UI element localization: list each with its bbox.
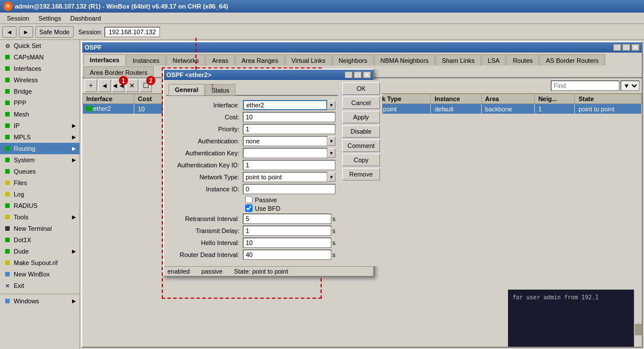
sidebar-item-interfaces[interactable]: Interfaces <box>0 63 79 74</box>
dude-icon <box>3 247 11 255</box>
sidebar-item-log[interactable]: Log <box>0 188 79 200</box>
tab-instances[interactable]: Instances <box>126 54 166 66</box>
console-scrollbar[interactable] <box>634 290 642 347</box>
dialog-tab-general[interactable]: General <box>169 84 205 95</box>
ospf-maximize-button[interactable]: □ <box>622 44 630 51</box>
priority-input[interactable] <box>243 124 335 134</box>
auth-key-id-input[interactable] <box>243 160 335 170</box>
add-button[interactable]: + <box>85 79 97 92</box>
find-input[interactable] <box>551 81 619 91</box>
cancel-button[interactable]: Cancel <box>342 97 380 109</box>
sidebar-label-routing: Routing <box>14 145 35 152</box>
sidebar-item-routing[interactable]: Routing ▶ <box>0 143 79 154</box>
tab-sham-links[interactable]: Sham Links <box>435 54 481 66</box>
dialog-tab-status[interactable]: Status <box>205 84 235 95</box>
tab-interfaces[interactable]: Interfaces <box>83 54 126 66</box>
system-arrow: ▶ <box>72 157 76 163</box>
find-select[interactable]: ▼ <box>621 81 639 91</box>
tab-neighbors[interactable]: Neighbors <box>333 54 374 66</box>
tab-routes[interactable]: Routes <box>506 54 539 66</box>
retransmit-input[interactable] <box>243 214 331 224</box>
col-cost: Cost <box>134 94 167 104</box>
ok-button[interactable]: OK <box>342 82 380 95</box>
edit-button[interactable]: ◄ <box>98 79 111 92</box>
field-row-hello-interval: Hello Interval: s <box>169 238 335 248</box>
auth-key-dropdown-arrow[interactable]: ▼ <box>327 149 335 158</box>
sidebar-item-bridge[interactable]: Bridge <box>0 86 79 97</box>
sidebar-item-mpls[interactable]: MPLS ▶ <box>0 131 79 143</box>
field-row-auth-key-id: Authentication Key ID: <box>169 160 335 170</box>
auth-key-input[interactable] <box>243 148 327 158</box>
forward-button[interactable]: ► <box>19 26 33 38</box>
interface-dropdown-arrow[interactable]: ▼ <box>327 101 335 110</box>
passive-checkbox[interactable] <box>245 196 253 203</box>
sidebar-item-system[interactable]: System ▶ <box>0 154 79 166</box>
sidebar-item-dude[interactable]: Dude ▶ <box>0 246 79 257</box>
dialog-close-button[interactable]: ✕ <box>363 71 371 78</box>
status-enabled: enabled <box>167 268 190 275</box>
apply-button[interactable]: Apply <box>342 111 380 123</box>
menu-dashboard[interactable]: Dashboard <box>66 14 106 23</box>
tools-arrow: ▶ <box>72 214 76 220</box>
cost-input[interactable] <box>243 112 335 122</box>
ospf-dialog: OSPF <ether2> _ □ ✕ General Status <box>163 69 374 277</box>
sidebar-item-capsman[interactable]: CAPsMAN <box>0 51 79 63</box>
sidebar-label-tools: Tools <box>14 214 29 220</box>
interface-value[interactable]: ether2 <box>243 100 327 110</box>
sidebar-item-dot1x[interactable]: Dot1X <box>0 234 79 246</box>
instance-id-input[interactable] <box>243 184 335 194</box>
menu-settings[interactable]: Settings <box>34 14 66 23</box>
use-bfd-checkbox[interactable] <box>245 204 253 212</box>
sidebar-item-files[interactable]: Files <box>0 177 79 188</box>
dialog-titlebar: OSPF <ether2> _ □ ✕ <box>164 70 373 80</box>
sidebar-item-new-winbox[interactable]: New WinBox <box>0 268 79 280</box>
sidebar-item-exit[interactable]: ✕ Exit <box>0 280 79 291</box>
transmit-delay-input[interactable] <box>243 226 331 236</box>
hello-interval-label: Hello Interval: <box>169 239 243 246</box>
tab-area-ranges[interactable]: Area Ranges <box>235 54 285 66</box>
tab-nbma-neighbors[interactable]: NBMA Neighbors <box>374 54 435 66</box>
ospf-minimize-button[interactable]: _ <box>613 44 621 51</box>
authentication-dropdown-arrow[interactable]: ▼ <box>327 137 335 146</box>
dialog-minimize-button[interactable]: _ <box>345 71 353 78</box>
ospf-close-button[interactable]: ✕ <box>631 44 639 51</box>
sidebar-item-quick-set[interactable]: ⚙ Quick Set <box>0 40 79 51</box>
remove-button[interactable]: Remove <box>342 168 380 180</box>
cost-label: Cost: <box>169 114 243 121</box>
sidebar-item-new-terminal[interactable]: New Terminal <box>0 223 79 234</box>
safe-mode-button[interactable]: Safe Mode <box>35 26 74 38</box>
tab-networks[interactable]: Networks <box>166 54 205 66</box>
sidebar-label-log: Log <box>14 191 24 198</box>
sidebar-item-ppp[interactable]: PPP <box>0 97 79 109</box>
sidebar-item-ip[interactable]: IP ▶ <box>0 120 79 131</box>
tab-lsa[interactable]: LSA <box>482 54 506 66</box>
dialog-maximize-button[interactable]: □ <box>354 71 362 78</box>
disable-button[interactable]: Disable <box>342 125 380 138</box>
field-row-retransmit: Retransmit Interval: s <box>169 214 335 224</box>
title-text: admin@192.168.107.132 (R1) - WinBox (64b… <box>15 3 228 10</box>
tab-area-border-routers[interactable]: Area Border Routers <box>83 66 154 78</box>
router-dead-unit: s <box>333 251 336 258</box>
sidebar-item-wireless[interactable]: Wireless <box>0 74 79 86</box>
comment-button[interactable]: Comment <box>342 139 380 152</box>
interfaces-icon <box>3 65 11 73</box>
network-type-dropdown-arrow[interactable]: ▼ <box>327 173 335 182</box>
tab-virtual-links[interactable]: Virtual Links <box>285 54 332 66</box>
authentication-value[interactable]: none <box>243 136 327 146</box>
field-row-interface: Interface: ether2 ▼ <box>169 100 335 110</box>
hello-interval-input[interactable] <box>243 238 331 248</box>
sidebar-item-make-supout[interactable]: Make Supout.rif <box>0 257 79 268</box>
sidebar-item-queues[interactable]: Queues <box>0 166 79 177</box>
router-dead-input[interactable] <box>243 250 331 260</box>
tab-areas[interactable]: Areas <box>206 54 235 66</box>
network-type-value[interactable]: point to point <box>243 172 327 182</box>
tab-as-border-routers[interactable]: AS Border Routers <box>539 54 605 66</box>
interface-label: Interface: <box>169 102 243 109</box>
menu-session[interactable]: Session <box>2 14 34 23</box>
back-button[interactable]: ◄ <box>2 26 17 38</box>
sidebar-item-windows[interactable]: Windows ▶ <box>0 295 79 307</box>
sidebar-item-radius[interactable]: RADIUS <box>0 200 79 211</box>
copy-button-dialog[interactable]: Copy <box>342 154 380 166</box>
sidebar-item-tools[interactable]: Tools ▶ <box>0 211 79 223</box>
sidebar-item-mesh[interactable]: Mesh <box>0 109 79 120</box>
